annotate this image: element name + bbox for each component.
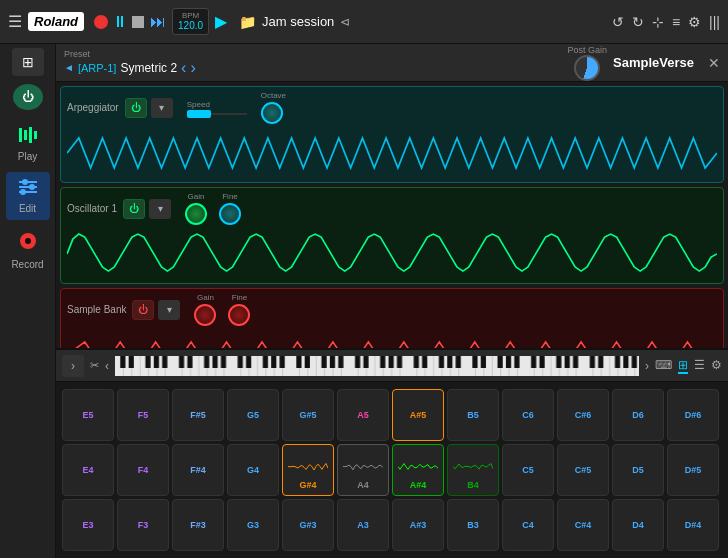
pad-cell-f3[interactable]: F3 <box>117 499 169 551</box>
share-icon[interactable]: ⊲ <box>340 15 350 29</box>
list-icon[interactable]: ≡ <box>672 14 680 30</box>
pad-cell-fs3[interactable]: F#3 <box>172 499 224 551</box>
pad-row-0: E5F5F#5G5G#5A5A#5B5C6C#6D6D#6 <box>62 389 722 441</box>
pad-cell-a4[interactable]: A4 <box>337 444 389 496</box>
pad-cell-fs5[interactable]: F#5 <box>172 389 224 441</box>
session-name: Jam session <box>262 14 334 29</box>
pad-cell-c5[interactable]: C5 <box>502 444 554 496</box>
track-sample-waveform <box>67 330 717 348</box>
pad-cell-c4[interactable]: C4 <box>502 499 554 551</box>
pad-cell-g3[interactable]: G3 <box>227 499 279 551</box>
pad-cell-b5[interactable]: B5 <box>447 389 499 441</box>
nav-right-button[interactable]: › <box>190 59 195 77</box>
pad-cell-e5[interactable]: E5 <box>62 389 114 441</box>
pad-label-cs6: C#6 <box>575 410 592 420</box>
forward-button[interactable]: ⏭ <box>150 13 166 31</box>
pad-cell-f5[interactable]: F5 <box>117 389 169 441</box>
pad-cell-cs6[interactable]: C#6 <box>557 389 609 441</box>
sample-power-button[interactable]: ⏻ <box>132 300 154 320</box>
pad-cell-b3[interactable]: B3 <box>447 499 499 551</box>
sidebar-item-play[interactable]: Play <box>6 120 50 168</box>
pad-label-a3: A3 <box>357 520 369 530</box>
sidebar-item-edit[interactable]: Edit <box>6 172 50 220</box>
expand-button[interactable]: › <box>62 355 84 377</box>
pad-row-2: E3F3F#3G3G#3A3A#3B3C4C#4D4D#4 <box>62 499 722 551</box>
pad-label-g5: G5 <box>247 410 259 420</box>
svg-rect-13 <box>115 356 639 376</box>
pad-cell-as4[interactable]: A#4 <box>392 444 444 496</box>
piano-nav-right[interactable]: › <box>645 359 649 373</box>
sidebar-item-record[interactable]: Record <box>6 224 50 276</box>
record-icon <box>17 230 39 257</box>
pad-cell-c6[interactable]: C6 <box>502 389 554 441</box>
pad-label-gs5: G#5 <box>299 410 316 420</box>
pad-cell-b4[interactable]: B4 <box>447 444 499 496</box>
pad-cell-ds4[interactable]: D#4 <box>667 499 719 551</box>
pad-cell-cs4[interactable]: C#4 <box>557 499 609 551</box>
pad-cell-cs5[interactable]: C#5 <box>557 444 609 496</box>
scissor-icon[interactable]: ✂ <box>90 359 99 372</box>
power-button[interactable]: ⏻ <box>13 84 43 110</box>
pad-cell-e3[interactable]: E3 <box>62 499 114 551</box>
pad-cell-as3[interactable]: A#3 <box>392 499 444 551</box>
track-sample-controls: ⏻ ▾ <box>132 300 180 320</box>
sample-fine-knob[interactable] <box>228 304 250 326</box>
bpm-arrow-icon[interactable]: ▶ <box>215 12 227 31</box>
osc-fine-knob[interactable] <box>219 203 241 225</box>
pad-cell-g4[interactable]: G4 <box>227 444 279 496</box>
play-label: Play <box>18 151 37 162</box>
sample-dropdown[interactable]: ▾ <box>158 300 180 320</box>
track-sample: Sample Bank ⏻ ▾ Gain Fine <box>60 288 724 348</box>
osc-dropdown[interactable]: ▾ <box>149 199 171 219</box>
arp-dropdown[interactable]: ▾ <box>151 98 173 118</box>
close-button[interactable]: ✕ <box>708 55 720 71</box>
record-button[interactable] <box>94 15 108 29</box>
pad-cell-ds5[interactable]: D#5 <box>667 444 719 496</box>
pad-cell-d4[interactable]: D4 <box>612 499 664 551</box>
undo-icon[interactable]: ↺ <box>612 14 624 30</box>
pad-cell-gs3[interactable]: G#3 <box>282 499 334 551</box>
piano-nav-left[interactable]: ‹ <box>105 359 109 373</box>
list-view-icon[interactable]: ☰ <box>694 358 705 374</box>
grid-view-icon[interactable]: ⊞ <box>678 358 688 374</box>
pad-cell-a5[interactable]: A5 <box>337 389 389 441</box>
sample-gain-knob[interactable] <box>194 304 216 326</box>
bpm-display[interactable]: BPM 120.0 <box>172 8 209 36</box>
post-gain-knob[interactable] <box>574 55 600 81</box>
pad-cell-fs4[interactable]: F#4 <box>172 444 224 496</box>
gain-label-osc: Gain <box>188 192 205 201</box>
osc-power-button[interactable]: ⏻ <box>123 199 145 219</box>
pause-button[interactable]: ⏸ <box>112 13 128 31</box>
osc-gain-knob[interactable] <box>185 203 207 225</box>
pad-cell-d5[interactable]: D5 <box>612 444 664 496</box>
eq-icon[interactable]: ⚙ <box>688 14 701 30</box>
pad-cell-as5[interactable]: A#5 <box>392 389 444 441</box>
pad-label-gs3: G#3 <box>299 520 316 530</box>
pad-cell-e4[interactable]: E4 <box>62 444 114 496</box>
pad-cell-g5[interactable]: G5 <box>227 389 279 441</box>
settings-icon[interactable]: ⚙ <box>711 358 722 374</box>
pointer-icon[interactable]: ⊹ <box>652 14 664 30</box>
arp-octave-knob[interactable] <box>261 102 283 124</box>
redo-icon[interactable]: ↻ <box>632 14 644 30</box>
pad-cell-ds6[interactable]: D#6 <box>667 389 719 441</box>
edit-icon <box>17 178 39 201</box>
left-sidebar: ⊞ ⏻ Play <box>0 44 56 558</box>
grid-view-button[interactable]: ⊞ <box>12 48 44 76</box>
pad-cell-d6[interactable]: D6 <box>612 389 664 441</box>
pad-cell-gs5[interactable]: G#5 <box>282 389 334 441</box>
stop-button[interactable] <box>132 16 144 28</box>
menu-icon[interactable]: ☰ <box>8 12 22 31</box>
post-gain-label: Post Gain <box>568 45 608 55</box>
piano-toolbar: › ✂ ‹ <box>56 350 728 382</box>
pad-cell-gs4[interactable]: G#4 <box>282 444 334 496</box>
bottom-section: › ✂ ‹ <box>56 348 728 558</box>
pad-label-cs5: C#5 <box>575 465 592 475</box>
pad-cell-a3[interactable]: A3 <box>337 499 389 551</box>
nav-left-button[interactable]: ‹ <box>181 59 186 77</box>
pad-cell-f4[interactable]: F4 <box>117 444 169 496</box>
mixer-icon[interactable]: ||| <box>709 14 720 30</box>
arp-power-button[interactable]: ⏻ <box>125 98 147 118</box>
piano-view-icon[interactable]: ⌨ <box>655 358 672 374</box>
pad-label-fs5: F#5 <box>190 410 206 420</box>
